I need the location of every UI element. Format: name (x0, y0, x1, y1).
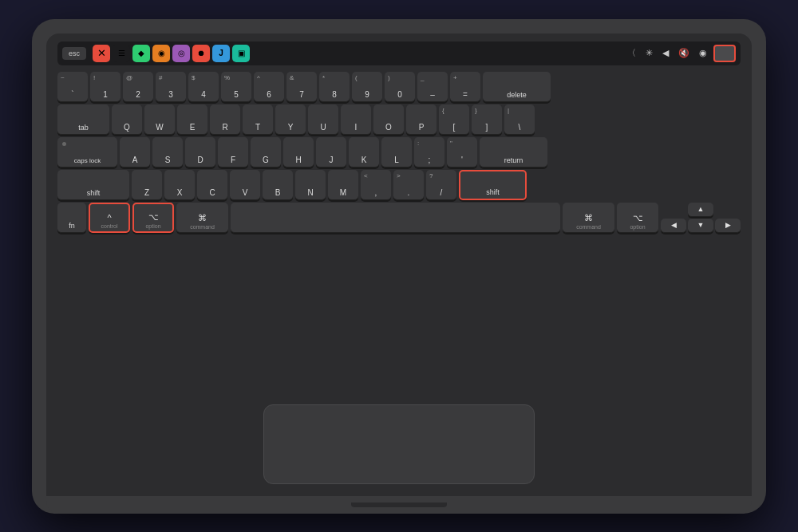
key-m[interactable]: M (328, 170, 358, 200)
key-option-right[interactable]: ⌥ option (617, 203, 658, 233)
key-r[interactable]: R (210, 104, 240, 135)
key-backslash[interactable]: | \ (504, 104, 535, 135)
key-minus[interactable]: _ – (417, 72, 448, 102)
key-k[interactable]: K (349, 137, 379, 167)
tb-siri-icon: ◉ (696, 46, 710, 60)
tb-app-8[interactable]: ▣ (232, 45, 250, 62)
key-3[interactable]: # 3 (156, 72, 186, 102)
key-s[interactable]: S (152, 137, 183, 167)
key-i[interactable]: I (341, 104, 371, 135)
key-u[interactable]: U (308, 104, 338, 135)
trackpad-area (57, 400, 741, 496)
power-button[interactable] (713, 45, 736, 62)
key-a[interactable]: A (120, 137, 150, 167)
esc-key[interactable]: esc (62, 47, 86, 60)
touch-bar: esc ✕ ☰ ◆ ◉ ◎ ⏺ J ▣ 〈 ✳ ◀ 🔇 ◉ (57, 41, 741, 65)
key-lbrace[interactable]: { [ (439, 104, 469, 135)
arrow-key-group: ▲ ◀ ▼ ▶ (661, 203, 741, 233)
key-arrow-up[interactable]: ▲ (688, 203, 713, 217)
tb-back-icon: 〈 (624, 45, 639, 61)
key-equals[interactable]: + = (450, 72, 480, 102)
key-e[interactable]: E (177, 104, 207, 135)
key-shift-right[interactable]: shift (459, 170, 527, 200)
key-f[interactable]: F (218, 137, 248, 167)
key-1[interactable]: ! 1 (90, 72, 120, 102)
key-tilde[interactable]: ~ ` (57, 72, 88, 102)
key-period[interactable]: > . (393, 170, 424, 200)
touch-bar-apps: ✕ ☰ ◆ ◉ ◎ ⏺ J ▣ (93, 45, 621, 62)
tb-app-7[interactable]: J (212, 45, 230, 62)
key-8[interactable]: * 8 (319, 72, 350, 102)
key-4[interactable]: $ 4 (188, 72, 219, 102)
laptop: esc ✕ ☰ ◆ ◉ ◎ ⏺ J ▣ 〈 ✳ ◀ 🔇 ◉ (32, 19, 766, 514)
tb-app-5[interactable]: ◎ (172, 45, 190, 62)
key-y[interactable]: Y (275, 104, 306, 135)
touch-bar-controls: 〈 ✳ ◀ 🔇 ◉ (624, 45, 710, 61)
key-command-left[interactable]: ⌘ command (176, 203, 228, 233)
tb-brightness-icon: ✳ (642, 46, 656, 60)
key-n[interactable]: N (295, 170, 326, 200)
key-b[interactable]: B (263, 170, 293, 200)
trackpad[interactable] (263, 404, 535, 484)
number-row: ~ ` ! 1 @ 2 # 3 $ 4 (57, 72, 741, 102)
key-l[interactable]: L (381, 137, 412, 167)
key-space[interactable] (231, 203, 560, 233)
laptop-bottom (46, 496, 752, 514)
key-quote[interactable]: " ' (447, 137, 477, 167)
key-z[interactable]: Z (132, 170, 162, 200)
asdf-row: caps lock A S D F G H J K L : ; " ' (57, 137, 741, 167)
key-shift-left[interactable]: shift (57, 170, 129, 200)
tb-app-4[interactable]: ◉ (152, 45, 170, 62)
key-rbrace[interactable]: } ] (472, 104, 502, 135)
key-option-left[interactable]: ⌥ option (132, 203, 174, 233)
key-0[interactable]: ) 0 (385, 72, 415, 102)
tb-app-6[interactable]: ⏺ (192, 45, 210, 62)
key-command-right[interactable]: ⌘ command (563, 203, 614, 233)
key-semicolon[interactable]: : ; (414, 137, 444, 167)
key-delete[interactable]: delete (483, 72, 551, 102)
key-x[interactable]: X (164, 170, 195, 200)
tb-volume-icon: ◀ (659, 46, 672, 60)
zxcv-row: shift Z X C V B N M < , > . ? (57, 170, 741, 200)
qwerty-row: tab Q W E R T Y U I O P { [ } ] (57, 104, 741, 135)
key-q[interactable]: Q (112, 104, 142, 135)
key-j[interactable]: J (316, 137, 346, 167)
arrow-lr-row: ◀ ▼ ▶ (661, 219, 741, 233)
key-5[interactable]: % 5 (221, 72, 251, 102)
key-tab[interactable]: tab (57, 104, 109, 135)
key-t[interactable]: T (243, 104, 273, 135)
key-w[interactable]: W (144, 104, 175, 135)
key-arrow-down[interactable]: ▼ (688, 219, 713, 233)
key-return[interactable]: return (480, 137, 547, 167)
bottom-row: fn ^ control ⌥ option ⌘ command ⌘ comma (57, 203, 741, 233)
key-2[interactable]: @ 2 (123, 72, 153, 102)
key-d[interactable]: D (185, 137, 215, 167)
tb-mute-icon: 🔇 (675, 46, 693, 60)
key-slash[interactable]: ? / (426, 170, 456, 200)
key-h[interactable]: H (283, 137, 314, 167)
key-p[interactable]: P (406, 104, 437, 135)
key-control[interactable]: ^ control (89, 203, 130, 233)
key-comma[interactable]: < , (361, 170, 391, 200)
keyboard: ~ ` ! 1 @ 2 # 3 $ 4 (57, 69, 741, 397)
arrow-up-row: ▲ (661, 203, 741, 217)
key-7[interactable]: & 7 (286, 72, 317, 102)
key-9[interactable]: ( 9 (352, 72, 382, 102)
tb-app-2[interactable]: ☰ (113, 45, 130, 62)
key-6[interactable]: ^ 6 (254, 72, 284, 102)
laptop-notch (351, 502, 447, 507)
key-g[interactable]: G (251, 137, 281, 167)
key-fn[interactable]: fn (57, 203, 86, 233)
key-c[interactable]: C (197, 170, 227, 200)
key-capslock[interactable]: caps lock (57, 137, 117, 167)
key-arrow-left[interactable]: ◀ (661, 219, 686, 233)
key-arrow-right[interactable]: ▶ (715, 219, 741, 233)
key-o[interactable]: O (373, 104, 404, 135)
key-v[interactable]: V (230, 170, 260, 200)
keyboard-area: esc ✕ ☰ ◆ ◉ ◎ ⏺ J ▣ 〈 ✳ ◀ 🔇 ◉ (46, 33, 752, 496)
tb-app-1[interactable]: ✕ (93, 45, 110, 62)
tb-app-3[interactable]: ◆ (132, 45, 150, 62)
